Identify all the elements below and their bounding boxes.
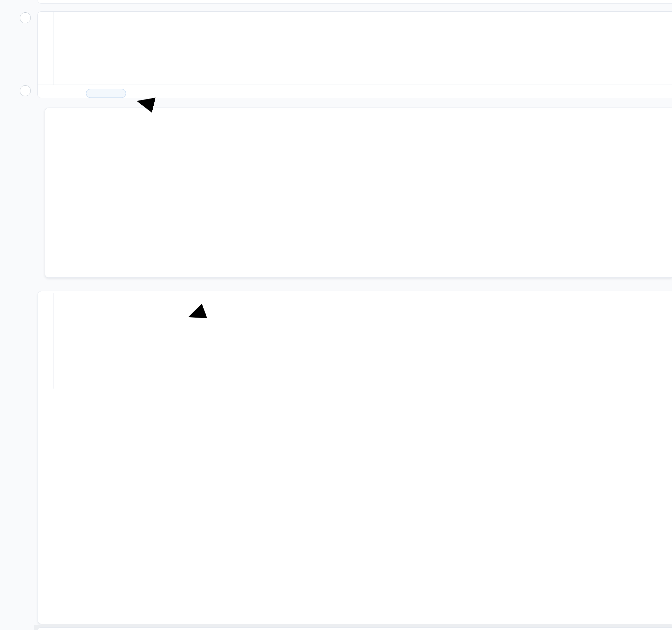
python-code-editor[interactable] xyxy=(38,291,672,389)
dataframe-preview xyxy=(45,107,672,278)
output-variable-chip[interactable] xyxy=(86,89,126,98)
sql-code-editor[interactable] xyxy=(38,12,672,84)
notebook-page xyxy=(0,0,672,630)
altair-chart xyxy=(38,389,672,624)
previous-cell-edge xyxy=(38,0,672,4)
next-cell-edge xyxy=(38,627,672,630)
sql-cell[interactable] xyxy=(37,11,672,98)
add-cell-button[interactable] xyxy=(20,85,31,96)
python-cell[interactable] xyxy=(38,291,672,624)
add-cell-button[interactable] xyxy=(20,12,31,23)
